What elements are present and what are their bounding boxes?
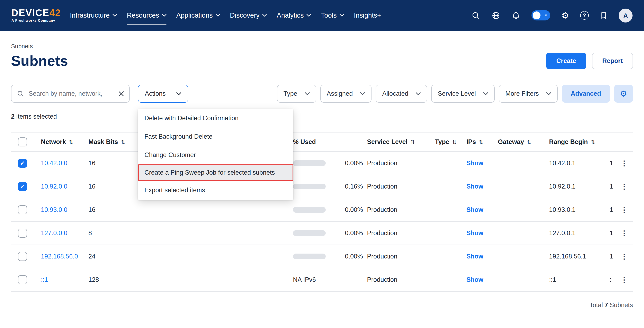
ips-show-link[interactable]: Show (462, 183, 494, 190)
nav-item-applications[interactable]: Applications (176, 0, 220, 31)
theme-toggle[interactable]: ☀ (532, 10, 550, 20)
col-range-begin[interactable]: Range Begin⇅ (545, 138, 606, 146)
sort-icon: ⇅ (479, 139, 484, 145)
check-icon: ✓ (20, 160, 25, 166)
ips-show-link[interactable]: Show (462, 229, 494, 237)
logo-tagline: A Freshworks Company (12, 19, 61, 22)
create-button[interactable]: Create (546, 53, 586, 69)
nav-item-discovery[interactable]: Discovery (230, 0, 267, 31)
service-level-value: Production (363, 159, 431, 167)
service-level-value: Production (363, 253, 431, 260)
help-icon[interactable]: ? (580, 11, 589, 20)
range-end-clipped-value: : (610, 276, 612, 284)
range-end-clipped-value: 1 (610, 206, 613, 214)
bell-icon[interactable] (512, 11, 520, 20)
network-link[interactable]: ::1 (41, 276, 88, 284)
filter-toolbar: Actions Type Assigned Allocated Service … (11, 85, 633, 103)
report-button[interactable]: Report (592, 53, 633, 69)
col-service-level[interactable]: Service Level⇅ (363, 138, 431, 146)
service-level-value: Production (363, 206, 431, 214)
actions-menu: Delete with Detailed Confirmation Fast B… (138, 109, 293, 200)
menu-item-ping-sweep[interactable]: Create a Ping Sweep Job for selected sub… (138, 164, 293, 181)
advanced-button[interactable]: Advanced (562, 85, 610, 103)
network-link[interactable]: 10.92.0.0 (41, 183, 88, 190)
avatar[interactable]: A (619, 8, 632, 22)
primary-nav: Infrastructure Resources Applications Di… (70, 0, 381, 31)
filter-type[interactable]: Type (277, 85, 316, 103)
table-row: ✓ ::1 128 NA IPv6 Production Show ::1 :⋮ (11, 268, 633, 292)
breadcrumb[interactable]: Subnets (11, 43, 633, 49)
mask-bits-value: 128 (88, 276, 134, 284)
menu-item-fast-delete[interactable]: Fast Background Delete (138, 128, 293, 146)
table-settings-button[interactable]: ⚙ (614, 85, 633, 103)
ips-show-link[interactable]: Show (462, 253, 494, 260)
avatar-initial: A (623, 12, 628, 19)
globe-icon[interactable] (492, 11, 500, 20)
table-row: ✓ 10.42.0.0 16 0.00% Production Show 10.… (11, 152, 633, 175)
kebab-menu-icon[interactable]: ⋮ (621, 230, 628, 237)
row-checkbox[interactable]: ✓ (18, 275, 27, 284)
chevron-down-icon (176, 92, 181, 95)
table-total: Total7Subnets (11, 302, 633, 309)
network-link[interactable]: 10.93.0.0 (41, 206, 88, 214)
ips-show-link[interactable]: Show (462, 206, 494, 214)
range-end-clipped-value: 1 (610, 183, 613, 190)
col-network[interactable]: Network⇅ (41, 138, 88, 146)
nav-item-insights[interactable]: Insights+ (354, 0, 381, 31)
total-count: 7 (604, 302, 608, 308)
toggle-knob-icon (533, 11, 540, 19)
row-checkbox[interactable]: ✓ (18, 159, 27, 168)
col-type[interactable]: Type⇅ (431, 138, 462, 146)
ips-show-link[interactable]: Show (462, 276, 494, 284)
row-checkbox[interactable]: ✓ (18, 229, 27, 238)
usage-bar (293, 254, 326, 259)
search-icon[interactable] (471, 11, 480, 20)
menu-item-export[interactable]: Export selected items (138, 181, 293, 199)
col-ips[interactable]: IPs⇅ (462, 138, 494, 146)
row-checkbox[interactable]: ✓ (18, 205, 27, 214)
network-link[interactable]: 127.0.0.0 (41, 229, 88, 237)
kebab-menu-icon[interactable]: ⋮ (621, 160, 628, 167)
search-input[interactable] (28, 90, 115, 98)
nav-item-tools[interactable]: Tools (321, 0, 344, 31)
logo-accent: 42 (50, 7, 61, 18)
menu-item-change-customer[interactable]: Change Customer (138, 146, 293, 164)
menu-item-delete-detailed[interactable]: Delete with Detailed Confirmation (138, 109, 293, 128)
network-link[interactable]: 10.42.0.0 (41, 159, 88, 167)
nav-item-infrastructure[interactable]: Infrastructure (70, 0, 117, 31)
filter-assigned[interactable]: Assigned (320, 85, 372, 103)
select-all-checkbox[interactable]: ✓ (18, 137, 27, 146)
kebab-menu-icon[interactable]: ⋮ (621, 276, 628, 283)
filter-allocated[interactable]: Allocated (376, 85, 427, 103)
kebab-menu-icon[interactable]: ⋮ (621, 183, 628, 190)
filter-group: Type Assigned Allocated Service Level Mo… (277, 85, 633, 103)
range-begin-value: 10.93.0.1 (545, 206, 606, 214)
kebab-menu-icon[interactable]: ⋮ (621, 253, 628, 260)
table-row: ✓ 10.93.0.0 16 0.00% Production Show 10.… (11, 198, 633, 222)
col-gateway[interactable]: Gateway⇅ (494, 138, 545, 146)
row-checkbox[interactable]: ✓ (18, 182, 27, 191)
chevron-down-icon (216, 14, 220, 17)
range-end-clipped-value: 1 (610, 253, 613, 260)
bookmark-icon[interactable] (600, 11, 608, 20)
nav-item-analytics[interactable]: Analytics (277, 0, 311, 31)
filter-service-level[interactable]: Service Level (431, 85, 495, 103)
col-mask-bits[interactable]: Mask Bits⇅ (88, 138, 134, 146)
kebab-menu-icon[interactable]: ⋮ (621, 206, 628, 213)
col-used[interactable]: % Used (293, 138, 363, 146)
device42-logo[interactable]: DEVICE42 A Freshworks Company (12, 8, 61, 22)
selection-count: 2 (11, 113, 14, 120)
ips-show-link[interactable]: Show (462, 159, 494, 167)
nav-item-resources[interactable]: Resources (127, 0, 166, 31)
filter-more-filters[interactable]: More Filters (499, 85, 558, 103)
nav-icon-group: ☀ ⚙ ? A (471, 8, 632, 22)
clear-search-icon[interactable] (119, 91, 124, 96)
network-link[interactable]: 192.168.56.0 (41, 253, 88, 260)
check-icon: ✓ (20, 184, 25, 189)
title-actions: Create Report (546, 53, 633, 69)
actions-dropdown[interactable]: Actions (138, 85, 188, 103)
row-checkbox[interactable]: ✓ (18, 252, 27, 261)
chevron-down-icon (304, 92, 310, 95)
gear-icon[interactable]: ⚙ (561, 11, 569, 20)
sort-icon: ⇅ (69, 139, 73, 145)
